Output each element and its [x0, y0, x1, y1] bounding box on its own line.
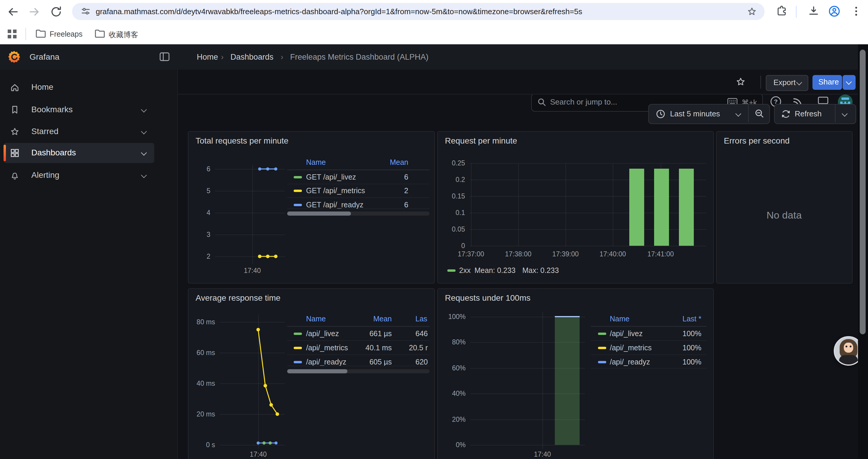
- panel-title[interactable]: Requests under 100ms: [445, 293, 531, 302]
- breadcrumb-dashboards[interactable]: Dashboards: [230, 53, 274, 61]
- bookmark-star-icon[interactable]: [746, 6, 757, 17]
- y-tick: 0.2: [441, 176, 465, 183]
- column-header-last[interactable]: Las: [415, 315, 427, 323]
- column-header-last[interactable]: Last *: [650, 315, 701, 323]
- extensions-icon[interactable]: [775, 5, 789, 19]
- legend-series[interactable]: 2xx: [459, 266, 471, 275]
- y-tick: 4: [187, 209, 210, 216]
- row-separator: [591, 340, 707, 341]
- sidebar-item-home[interactable]: Home: [4, 77, 154, 97]
- url-text[interactable]: grafana.mathmast.com/d/deytv4rwavabkb/fr…: [96, 7, 582, 16]
- series-swatch: [598, 361, 606, 363]
- page-scrollbar-thumb[interactable]: [860, 50, 866, 334]
- apps-grid-icon[interactable]: [7, 29, 17, 39]
- browser-profile-icon[interactable]: [828, 5, 842, 19]
- y-tick: 60 ms: [191, 349, 215, 356]
- gridline: [470, 246, 706, 246]
- folder-icon[interactable]: [95, 29, 105, 38]
- x-tick: 17:40: [534, 451, 551, 458]
- url-bar[interactable]: grafana.mathmast.com/d/deytv4rwavabkb/fr…: [72, 3, 765, 20]
- series-name[interactable]: /api/_livez: [306, 330, 339, 338]
- y-tick: 40 ms: [191, 380, 215, 387]
- back-icon[interactable]: [6, 5, 20, 19]
- y-tick: 100%: [442, 313, 466, 320]
- forward-icon[interactable]: [27, 5, 41, 19]
- export-button[interactable]: Export: [766, 75, 808, 91]
- browser-menu-icon[interactable]: [850, 5, 864, 19]
- series-name[interactable]: /api/_metrics: [610, 344, 652, 352]
- bookmark-folder-label[interactable]: 收藏博客: [109, 30, 138, 40]
- share-menu-button[interactable]: [843, 75, 856, 90]
- y-tick: 2: [187, 253, 210, 260]
- x-tick: 17:38:00: [505, 251, 531, 258]
- breadcrumb-separator: ›: [221, 53, 224, 61]
- y-tick: 3: [187, 231, 210, 238]
- panel-title[interactable]: Average response time: [195, 293, 280, 302]
- brand-label[interactable]: Grafana: [30, 52, 59, 61]
- refresh-label[interactable]: Refresh: [795, 109, 822, 118]
- series-name[interactable]: /api/_livez: [610, 330, 643, 338]
- grafana-logo[interactable]: [8, 50, 21, 63]
- series-name[interactable]: /api/_readyz: [610, 358, 650, 366]
- reload-icon[interactable]: [49, 5, 63, 19]
- chevron-down-icon[interactable]: [141, 107, 147, 112]
- sidebar-border: [177, 70, 178, 459]
- series-name[interactable]: /api/_metrics: [306, 344, 348, 352]
- legend-max: Max: 0.233: [522, 266, 559, 275]
- series-name[interactable]: GET /api/_livez: [306, 173, 356, 182]
- panel-title[interactable]: Errors per second: [724, 136, 790, 145]
- column-header-name[interactable]: Name: [306, 158, 326, 167]
- panel-errors-per-second: [716, 131, 852, 284]
- share-button[interactable]: Share: [812, 75, 842, 90]
- breadcrumb-current: Freeleaps Metrics Dashboard (ALPHA): [290, 53, 428, 61]
- x-tick: 17:41:00: [647, 251, 674, 258]
- panel-title[interactable]: Total requests per minute: [195, 136, 288, 145]
- download-icon[interactable]: [807, 5, 821, 19]
- column-header-name[interactable]: Name: [610, 315, 629, 323]
- sidebar-item-dashboards[interactable]: Dashboards: [4, 143, 154, 163]
- series-swatch: [294, 361, 302, 363]
- y-tick: 0.25: [441, 160, 465, 167]
- favorite-star-icon[interactable]: [736, 77, 746, 87]
- time-range-group: Last 5 minutes: [648, 104, 770, 124]
- folder-icon[interactable]: [35, 29, 46, 38]
- chevron-down-icon[interactable]: [141, 129, 147, 134]
- y-tick: 6: [187, 165, 210, 172]
- y-tick: 80%: [442, 338, 466, 346]
- panel-title[interactable]: Request per minute: [445, 136, 517, 145]
- sidebar-item-starred[interactable]: Starred: [4, 122, 154, 142]
- page: grafana.mathmast.com/d/deytv4rwavabkb/fr…: [0, 0, 868, 459]
- series-name[interactable]: /api/_readyz: [306, 358, 346, 366]
- series-name[interactable]: GET /api/_readyz: [306, 201, 363, 209]
- breadcrumb-separator: ›: [281, 53, 283, 61]
- chevron-down-icon[interactable]: [842, 111, 848, 117]
- refresh-icon[interactable]: [781, 109, 790, 119]
- toolbar-divider: [796, 6, 797, 18]
- gridline: [470, 445, 585, 446]
- chevron-down-icon[interactable]: [141, 172, 147, 178]
- series-last: 100%: [650, 330, 701, 338]
- table-scrollbar-thumb[interactable]: [287, 211, 351, 216]
- table-scrollbar-thumb[interactable]: [287, 369, 347, 373]
- sidebar-item-bookmarks[interactable]: Bookmarks: [4, 100, 154, 120]
- zoom-out-icon[interactable]: [754, 109, 765, 119]
- breadcrumb-home[interactable]: Home: [197, 53, 218, 61]
- chevron-down-icon: [796, 79, 802, 85]
- chevron-down-icon[interactable]: [735, 111, 741, 117]
- site-settings-icon[interactable]: [80, 6, 91, 17]
- chevron-down-icon[interactable]: [141, 150, 147, 156]
- bell-icon: [10, 171, 20, 180]
- time-range-label[interactable]: Last 5 minutes: [670, 109, 720, 118]
- legend-mean: Mean: 0.233: [474, 266, 516, 275]
- bookmark-folder-label[interactable]: Freeleaps: [50, 30, 83, 38]
- series-name[interactable]: GET /api/_metrics: [306, 187, 365, 195]
- column-header-mean[interactable]: Mean: [366, 158, 408, 167]
- sidebar-toggle-icon[interactable]: [159, 52, 169, 61]
- x-tick: 17:40: [244, 267, 261, 274]
- y-tick: 0.1: [441, 209, 465, 216]
- column-header-name[interactable]: Name: [306, 315, 326, 323]
- column-header-mean[interactable]: Mean: [354, 315, 392, 323]
- chart-rpm: [470, 163, 706, 246]
- table-header-line: [287, 169, 430, 170]
- sidebar-item-alerting[interactable]: Alerting: [4, 165, 154, 186]
